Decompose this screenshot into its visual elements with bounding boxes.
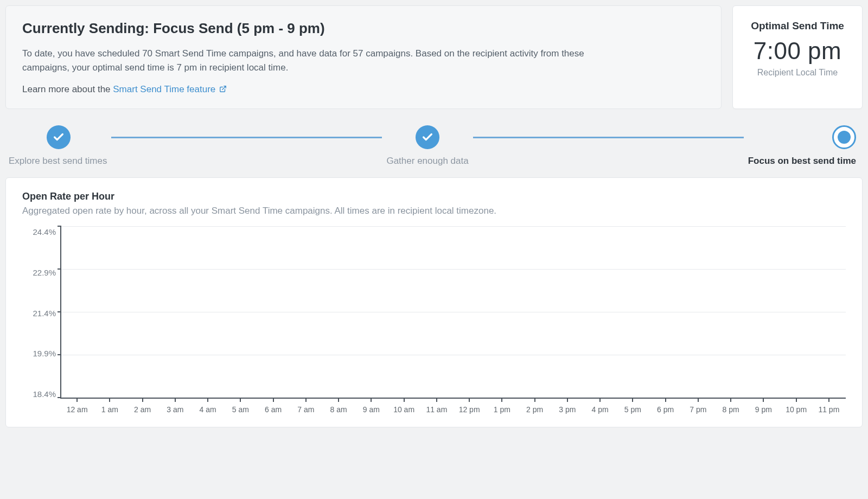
chart-title: Open Rate per Hour [22, 191, 846, 202]
x-tick-label: 2 pm [520, 405, 550, 414]
check-icon [47, 125, 71, 149]
x-tick-label: 1 pm [487, 405, 516, 414]
x-tick-label: 3 am [161, 405, 190, 414]
summary-title: Currently Sending: Focus Send (5 pm - 9 … [22, 20, 705, 37]
x-tick-label: 11 am [422, 405, 451, 414]
x-tick-label: 4 am [193, 405, 222, 414]
open-rate-chart-card: Open Rate per Hour Aggregated open rate … [5, 177, 863, 427]
x-tick-label: 5 am [226, 405, 255, 414]
optimal-subtext: Recipient Local Time [738, 68, 857, 78]
chart-plot: 24.4%22.9%21.4%19.9%18.4% [22, 226, 846, 399]
x-tick-label: 8 am [324, 405, 353, 414]
x-tick-label: 9 pm [749, 405, 778, 414]
step-gather: Gather enough data [386, 125, 468, 167]
x-tick-label: 11 pm [814, 405, 844, 414]
x-tick-label: 4 pm [585, 405, 615, 414]
x-tick-label: 10 am [390, 405, 419, 414]
x-tick-label: 6 pm [651, 405, 680, 414]
x-tick-label: 2 am [128, 405, 157, 414]
check-icon [416, 125, 439, 149]
y-tick-label: 18.4% [33, 389, 56, 399]
step-connector [111, 137, 382, 138]
chart-plot-area [60, 226, 846, 399]
chart-subtitle: Aggregated open rate by hour, across all… [22, 206, 846, 216]
x-tick-label: 9 am [356, 405, 386, 414]
chart-x-axis: 12 am1 am2 am3 am4 am5 am6 am7 am8 am9 a… [60, 402, 846, 414]
step-focus-label: Focus on best send time [748, 156, 856, 167]
y-tick-label: 22.9% [33, 268, 56, 277]
x-tick-label: 5 pm [618, 405, 647, 414]
optimal-send-time-card: Optimal Send Time 7:00 pm Recipient Loca… [732, 5, 863, 109]
x-tick-label: 7 pm [684, 405, 713, 414]
x-tick-label: 1 am [95, 405, 124, 414]
step-gather-label: Gather enough data [386, 156, 468, 167]
x-tick-label: 7 am [291, 405, 321, 414]
step-explore-label: Explore best send times [9, 156, 107, 167]
active-step-icon [832, 125, 856, 149]
external-link-icon [219, 85, 227, 95]
optimal-time: 7:00 pm [738, 37, 857, 65]
step-connector [473, 137, 744, 138]
x-tick-label: 8 pm [716, 405, 745, 414]
x-tick-label: 12 am [62, 405, 92, 414]
x-tick-label: 10 pm [782, 405, 811, 414]
summary-body: To date, you have scheduled 70 Smart Sen… [22, 47, 630, 74]
x-tick-label: 12 pm [455, 405, 484, 414]
step-explore: Explore best send times [47, 125, 107, 167]
y-tick-label: 21.4% [33, 309, 56, 318]
x-tick-label: 3 pm [553, 405, 582, 414]
learn-more-row: Learn more about the Smart Send Time fea… [22, 84, 705, 95]
progress-stepper: Explore best send times Gather enough da… [9, 125, 859, 167]
y-tick-label: 19.9% [33, 349, 56, 358]
y-tick-label: 24.4% [33, 227, 56, 236]
svg-line-0 [222, 86, 226, 89]
sending-summary-card: Currently Sending: Focus Send (5 pm - 9 … [5, 5, 722, 109]
smart-send-time-link[interactable]: Smart Send Time feature [113, 84, 227, 94]
optimal-label: Optimal Send Time [738, 20, 857, 32]
x-tick-label: 6 am [259, 405, 288, 414]
learn-more-prefix: Learn more about the [22, 84, 113, 94]
chart-y-axis: 24.4%22.9%21.4%19.9%18.4% [22, 226, 56, 399]
step-focus: Focus on best send time [748, 125, 856, 167]
